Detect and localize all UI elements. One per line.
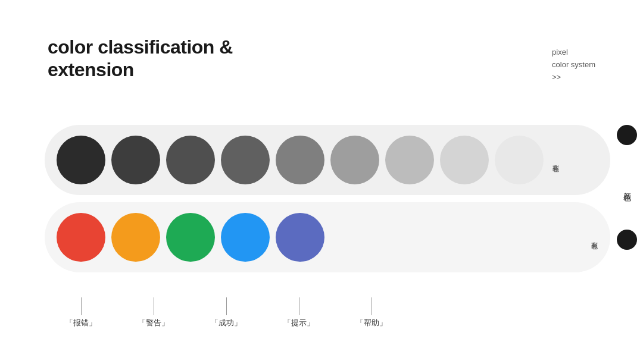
- neutral-row-label-wrap: 非彩色: [552, 159, 560, 161]
- label-text-error: 「报错」: [65, 318, 96, 328]
- neutral-circle-8: [440, 136, 489, 184]
- neutral-circle-1: [57, 136, 105, 184]
- page-title: color classification & extension: [48, 36, 233, 81]
- semantic-row-label: 有彩色: [591, 237, 598, 239]
- label-item-error: 「报错」: [45, 297, 117, 328]
- pixel-label: pixel: [552, 46, 595, 59]
- label-text-info: 「提示」: [283, 318, 314, 328]
- label-item-help: 「帮助」: [335, 297, 408, 328]
- label-line-info: [299, 297, 299, 315]
- semantic-circle-error: [57, 213, 105, 262]
- right-vertical-text: 颜色: [622, 149, 632, 226]
- right-side-panel: 颜色: [617, 125, 637, 250]
- right-dot-bottom: [617, 230, 637, 250]
- neutral-circle-5: [276, 136, 324, 184]
- label-line-success: [226, 297, 227, 315]
- label-line-help: [372, 297, 372, 315]
- color-rows-container: 非彩色 有彩色: [45, 125, 610, 272]
- neutral-color-row: 非彩色: [45, 125, 610, 195]
- neutral-circle-9: [495, 136, 544, 184]
- semantic-circle-success: [166, 213, 215, 262]
- semantic-color-row: 有彩色: [45, 202, 610, 272]
- arrow-label: >>: [552, 71, 595, 84]
- label-item-info: 「提示」: [263, 297, 335, 328]
- page: color classification & extension pixel c…: [0, 0, 643, 364]
- neutral-circle-4: [221, 136, 270, 184]
- label-text-success: 「成功」: [211, 318, 242, 328]
- neutral-circle-3: [166, 136, 215, 184]
- semantic-row-label-wrap: 有彩色: [591, 237, 598, 239]
- label-item-warning: 「警告」: [117, 297, 190, 328]
- semantic-circle-info: [221, 213, 270, 262]
- header-section: color classification & extension: [48, 36, 233, 81]
- neutral-row-label: 非彩色: [552, 159, 560, 161]
- label-text-warning: 「警告」: [138, 318, 169, 328]
- semantic-circle-warning: [111, 213, 160, 262]
- color-system-label: color system: [552, 59, 595, 71]
- top-right-label: pixel color system >>: [552, 46, 595, 83]
- neutral-circle-6: [330, 136, 379, 184]
- neutral-circle-7: [385, 136, 434, 184]
- semantic-circle-help: [276, 213, 324, 262]
- right-dot-top: [617, 125, 637, 145]
- label-text-help: 「帮助」: [356, 318, 387, 328]
- label-line-error: [81, 297, 82, 315]
- neutral-circle-2: [111, 136, 160, 184]
- label-item-success: 「成功」: [190, 297, 263, 328]
- labels-row: 「报错」 「警告」 「成功」 「提示」 「帮助」: [45, 297, 408, 328]
- label-line-warning: [154, 297, 154, 315]
